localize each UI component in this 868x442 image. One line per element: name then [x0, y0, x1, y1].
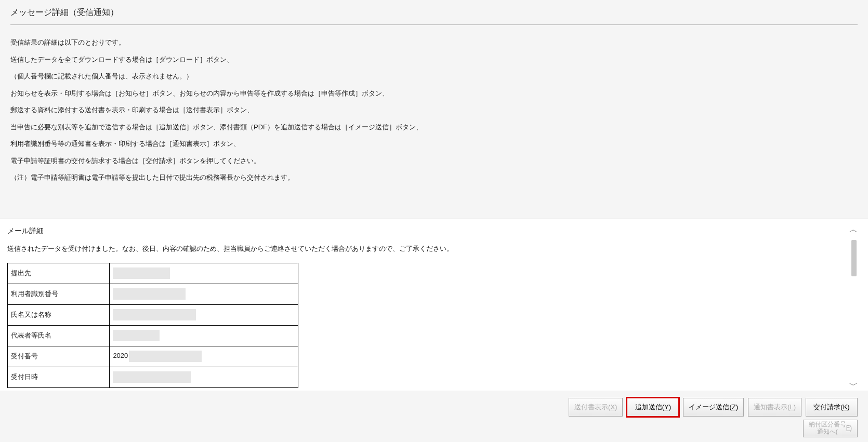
instruction-line: （個人番号欄に記載された個人番号は、表示されません。） — [10, 72, 193, 80]
instruction-line: （注）電子申請等証明書は電子申請等を提出した日付で提出先の税務署長から交付されま… — [10, 173, 294, 181]
issue-request-button[interactable]: 交付請求(K) — [806, 398, 858, 417]
instruction-line: 電子申請等証明書の交付を請求する場合は［交付請求］ボタンを押してください。 — [10, 157, 260, 165]
table-row: 受付日時 — [8, 367, 298, 387]
redacted-block — [113, 288, 186, 300]
page-title: メッセージ詳細（受信通知） — [10, 5, 858, 24]
scroll-up-icon[interactable]: ︿ — [849, 225, 858, 234]
row-value: 2020 — [110, 346, 298, 367]
instruction-line: 送信したデータを全てダウンロードする場合は［ダウンロード］ボタン、 — [10, 56, 233, 63]
table-row: 利用者識別番号 — [8, 284, 298, 304]
payment-notice-button[interactable]: 納付区分番号通知へ(F) — [803, 420, 858, 437]
image-send-button[interactable]: イメージ送信(Z) — [683, 398, 744, 417]
row-label: 代表者等氏名 — [8, 325, 110, 346]
mail-detail-panel: メール詳細 送信されたデータを受け付けました。なお、後日、内容の確認のため、担当… — [0, 219, 868, 391]
instructions-text: 受信結果の詳細は以下のとおりです。 送信したデータを全てダウンロードする場合は［… — [10, 30, 858, 182]
divider-top — [10, 24, 858, 25]
value-prefix: 2020 — [113, 352, 128, 359]
details-table: 提出先 利用者識別番号 氏名又は名称 — [7, 263, 298, 388]
instruction-line: 利用者識別番号等の通知書を表示・印刷する場合は［通知書表示］ボタン、 — [10, 140, 240, 148]
table-row: 受付番号 2020 — [8, 346, 298, 367]
notice-display-button[interactable]: 通知書表示(L) — [748, 398, 801, 417]
row-value — [110, 284, 298, 304]
redacted-block — [129, 351, 202, 362]
transmittal-display-button[interactable]: 送付書表示(X) — [569, 398, 623, 417]
instruction-line: 当申告に必要な別表等を追加で送信する場合は［追加送信］ボタン、添付書類（PDF）… — [10, 123, 423, 131]
action-button-row-1: 送付書表示(X) 追加送信(Y) イメージ送信(Z) 通知書表示(L) 交付請求… — [0, 391, 868, 420]
mail-intro-text: 送信されたデータを受け付けました。なお、後日、内容の確認のため、担当職員からご連… — [7, 244, 861, 253]
action-button-row-2: 納付区分番号通知へ(F) — [0, 420, 868, 441]
redacted-block — [113, 330, 160, 341]
scroll-down-icon[interactable]: ﹀ — [849, 381, 858, 390]
row-value — [110, 263, 298, 284]
scrollbar-thumb[interactable] — [851, 240, 857, 276]
row-value — [110, 325, 298, 346]
instruction-line: 受信結果の詳細は以下のとおりです。 — [10, 38, 125, 46]
redacted-block — [113, 267, 170, 279]
row-label: 氏名又は名称 — [8, 304, 110, 325]
row-label: 提出先 — [8, 263, 110, 284]
redacted-block — [113, 309, 196, 320]
additional-send-button[interactable]: 追加送信(Y) — [627, 398, 679, 417]
table-row: 代表者等氏名 — [8, 325, 298, 346]
row-value — [110, 367, 298, 387]
row-value — [110, 304, 298, 325]
row-label: 受付番号 — [8, 346, 110, 367]
redacted-block — [113, 371, 191, 383]
row-label: 受付日時 — [8, 367, 110, 387]
instruction-line: お知らせを表示・印刷する場合は［お知らせ］ボタン、お知らせの内容から申告等を作成… — [10, 89, 389, 97]
instruction-line: 郵送する資料に添付する送付書を表示・印刷する場合は［送付書表示］ボタン、 — [10, 106, 254, 114]
table-row: 提出先 — [8, 263, 298, 284]
mail-section-title: メール詳細 — [7, 226, 861, 236]
row-label: 利用者識別番号 — [8, 284, 110, 304]
table-row: 氏名又は名称 — [8, 304, 298, 325]
